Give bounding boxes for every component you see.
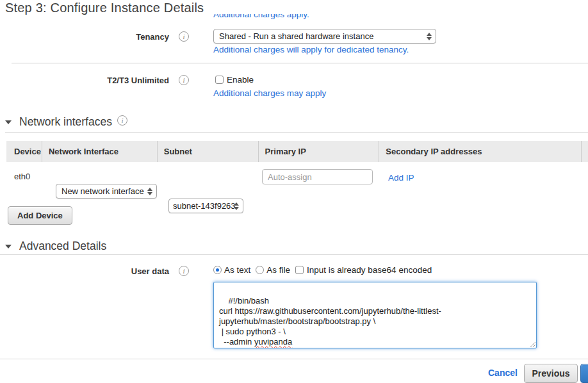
- divider: [12, 63, 588, 63]
- user-data-options: As text As file Input is already base64 …: [213, 265, 437, 275]
- network-interfaces-info-icon[interactable]: i: [117, 115, 127, 126]
- t2t3-unlimited-label: T2/T3 Unlimited: [0, 76, 169, 85]
- network-interfaces-section-header[interactable]: Network interfaces i: [5, 115, 127, 129]
- add-device-button[interactable]: Add Device: [8, 206, 72, 225]
- previous-button[interactable]: Previous: [524, 364, 578, 383]
- base64-checkbox[interactable]: [295, 266, 304, 274]
- primary-next-button[interactable]: [580, 364, 588, 383]
- subnet-select[interactable]: subnet-143f9263: [168, 199, 243, 213]
- as-text-label: As text: [224, 265, 250, 275]
- as-text-radio[interactable]: [213, 266, 222, 274]
- tenancy-selected-value: Shared - Run a shared hardware instance: [219, 31, 373, 41]
- user-data-info-icon[interactable]: i: [179, 266, 189, 276]
- enable-checkbox-label: Enable: [227, 75, 254, 85]
- user-data-admin-user: yuvipanda: [254, 337, 292, 346]
- device-cell: eth0: [14, 172, 30, 181]
- t2t3-info-icon[interactable]: i: [179, 75, 189, 85]
- network-interfaces-title: Network interfaces: [19, 115, 112, 129]
- collapse-caret-icon: [5, 120, 12, 124]
- user-data-script: #!/bin/bash curl https://raw.githubuserc…: [219, 296, 441, 346]
- as-file-radio[interactable]: [256, 266, 264, 274]
- primary-ip-input[interactable]: [262, 169, 373, 184]
- select-stepper-icon: [234, 202, 240, 211]
- resize-handle[interactable]: [529, 341, 535, 347]
- add-ip-link[interactable]: Add IP: [388, 173, 414, 183]
- column-header-device: Device: [6, 141, 42, 162]
- network-interface-selected-value: New network interface: [61, 186, 144, 196]
- cancel-link[interactable]: Cancel: [488, 368, 518, 378]
- tenancy-charges-link[interactable]: Additional charges will apply for dedica…: [213, 45, 409, 54]
- page-title: Step 3: Configure Instance Details: [0, 0, 588, 15]
- select-stepper-icon: [147, 187, 153, 196]
- advanced-details-title: Advanced Details: [19, 240, 106, 253]
- column-header-primary-ip: Primary IP: [258, 141, 379, 162]
- advanced-details-section-header[interactable]: Advanced Details: [5, 240, 106, 253]
- collapse-caret-icon: [5, 245, 12, 249]
- base64-label: Input is already base64 encoded: [307, 265, 432, 275]
- as-file-label: As file: [266, 265, 290, 275]
- tenancy-select[interactable]: Shared - Run a shared hardware instance: [213, 29, 436, 44]
- enable-checkbox[interactable]: [215, 76, 224, 84]
- divider: [5, 132, 588, 133]
- divider: [0, 254, 588, 255]
- divider: [0, 359, 588, 359]
- t2t3-charges-link[interactable]: Additional charges may apply: [213, 88, 326, 98]
- user-data-textarea[interactable]: #!/bin/bash curl https://raw.githubuserc…: [213, 282, 537, 348]
- network-interfaces-table-header: Device Network Interface Subnet Primary …: [6, 141, 588, 162]
- tenancy-label: Tenancy: [0, 32, 169, 42]
- column-header-secondary-ip: Secondary IP addresses: [379, 141, 581, 162]
- configure-instance-page: Additional charges apply. Step 3: Config…: [0, 0, 588, 383]
- tenancy-info-icon[interactable]: i: [179, 31, 189, 42]
- subnet-selected-value: subnet-143f9263: [173, 201, 236, 211]
- select-stepper-icon: [427, 32, 432, 41]
- page-header-bar: Step 3: Configure Instance Details: [0, 0, 588, 14]
- column-header-subnet: Subnet: [157, 141, 258, 162]
- user-data-label: User data: [0, 266, 169, 276]
- column-header-network-interface: Network Interface: [42, 141, 157, 162]
- t2t3-enable-row: Enable: [215, 75, 254, 85]
- column-header-extra: [581, 141, 588, 162]
- network-interface-select[interactable]: New network interface: [56, 184, 157, 199]
